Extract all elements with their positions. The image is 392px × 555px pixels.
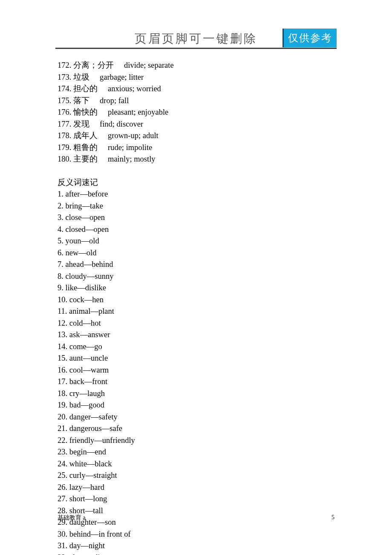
antonym-item: 10. cock—hen [58,294,334,306]
antonym-word-b: good [89,401,104,409]
antonym-word-a: friendly [69,436,95,445]
antonym-word-a: cloudy [66,272,87,280]
header-badge: 仅供参考 [282,29,337,47]
antonym-item: 32. clean—dirty [58,552,334,555]
item-english: find; discover [100,120,143,128]
dash-separator: — [80,330,88,339]
item-number: 14. [58,342,69,351]
item-number: 19. [58,401,69,409]
antonym-item: 24. white—black [58,458,334,470]
dash-separator: — [85,494,93,503]
item-chinese: 发现 [71,120,89,128]
page-header: 页眉页脚可一键删除 仅供参考 [0,31,392,47]
item-number: 6. [58,249,66,257]
antonym-item: 25. curly—straight [58,470,334,482]
item-english: mainly; mostly [108,155,156,163]
antonym-word-a: back [69,377,84,386]
dash-separator: — [87,448,95,456]
antonym-item: 8. cloudy—sunny [58,271,334,283]
item-number: 22. [58,436,69,445]
antonym-word-a: short [69,494,85,503]
dash-separator: — [85,506,93,515]
antonym-word-b: dislike [85,283,106,292]
item-number: 177. [58,119,71,130]
antonym-word-b: take [90,202,103,210]
item-chinese: 主要的 [71,155,98,163]
page-footer: 基础教育 a 5 [58,514,334,522]
item-number: 13. [58,330,69,339]
item-number: 32. [58,553,69,555]
synonym-item: 178. 成年人grown-up; adult [58,130,334,142]
item-number: 10. [58,295,69,304]
dash-separator: — [86,553,94,555]
dash-separator: — [86,342,95,351]
item-number: 178. [58,130,71,142]
antonym-item: 30. behind—in front of [58,529,334,541]
item-number: 27. [58,494,69,503]
item-number: 175. [58,95,71,107]
synonym-item: 176. 愉快的pleasant; enjoyable [58,107,334,119]
item-chinese: 分离；分开 [71,61,114,69]
antonym-word-b: answer [88,330,110,339]
antonym-word-b: end [95,448,106,456]
item-english: anxious; worried [108,84,161,93]
synonym-item: 172. 分离；分开divide; separate [58,60,334,72]
antonym-word-b: hen [92,295,104,304]
dash-separator: — [84,295,92,304]
dash-separator: — [84,260,92,269]
antonym-item: 23. begin—end [58,446,334,458]
dash-separator: — [87,460,95,468]
section-title: 反义词速记 [58,177,334,189]
item-number: 12. [58,319,69,327]
antonym-word-a: bad [69,401,81,409]
antonym-word-a: new [66,249,79,257]
antonym-word-b: hard [90,483,104,491]
header-divider [55,48,337,49]
dash-separator: — [78,249,86,257]
item-english: garbage; litter [100,73,144,81]
antonym-word-a: clean [69,553,86,555]
item-chinese: 担心的 [71,84,98,93]
antonym-word-b: old [89,237,99,245]
item-number: 172. [58,60,71,72]
item-number: 5. [58,237,66,245]
antonym-item: 15. aunt—uncle [58,353,334,364]
antonym-item: 7. ahead—behind [58,259,334,271]
dash-separator: — [83,366,91,374]
antonym-word-b: plant [98,307,114,315]
dash-separator: — [81,541,89,550]
dash-separator: — [90,307,98,315]
synonyms-list: 172. 分离；分开divide; separate173. 垃圾garbage… [58,60,334,165]
dash-separator: — [86,471,94,480]
antonym-word-a: cold [69,319,83,327]
synonym-item: 177. 发现find; discover [58,119,334,130]
item-chinese: 落下 [71,96,89,105]
dash-separator: — [91,530,99,538]
item-english: grown-up; adult [108,131,159,140]
item-number: 7. [58,260,66,269]
antonym-word-b: safe [110,424,122,433]
item-number: 26. [58,483,69,491]
antonym-item: 6. new—old [58,247,334,259]
antonym-word-a: youn [66,237,81,245]
item-number: 20. [58,413,69,421]
antonym-item: 20. danger—safety [58,411,334,423]
item-number: 173. [58,72,71,84]
item-number: 179. [58,142,71,154]
synonym-item: 180. 主要的mainly; mostly [58,153,334,165]
dash-separator: — [81,401,89,409]
synonym-item: 174. 担心的anxious; worried [58,83,334,95]
antonym-word-a: cry [69,389,80,398]
item-number: 4. [58,225,66,234]
antonym-word-b: straight [93,471,117,480]
antonym-word-a: short [69,506,85,515]
item-english: drop; fall [100,96,129,105]
antonym-word-a: danger [69,413,91,421]
footer-left: 基础教育 a [58,514,86,522]
dash-separator: — [87,272,95,280]
item-number: 21. [58,424,69,433]
header-title: 页眉页脚可一键删除 [135,31,257,47]
document-content: 172. 分离；分开divide; separate173. 垃圾garbage… [58,60,334,555]
item-number: 3. [58,213,66,222]
antonym-word-b: old [86,249,97,257]
